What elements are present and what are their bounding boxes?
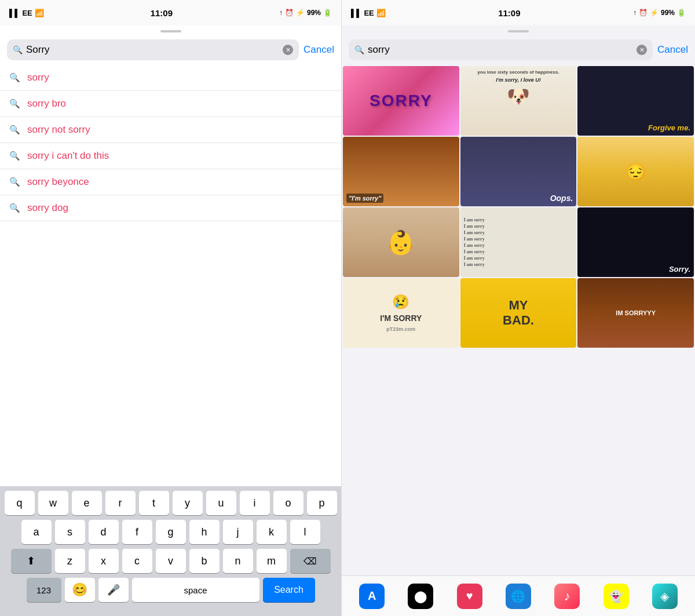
key-s[interactable]: s [55, 520, 85, 544]
gif-im-sorry-card: 😢 I'M SORRY pT23m.com [343, 278, 459, 348]
search-icon-left: 🔍 [13, 45, 23, 54]
toolbar-heart[interactable]: ♥ [457, 584, 482, 609]
toolbar-music[interactable]: ♪ [554, 584, 580, 609]
gif-cell-6[interactable]: 😔 [577, 137, 694, 206]
suggestion-search-icon-5: 🔍 [9, 177, 20, 187]
key-emoji[interactable]: 😊 [65, 578, 95, 602]
key-search[interactable]: Search [263, 578, 315, 602]
search-input-container-left[interactable]: 🔍 ✕ [7, 39, 299, 60]
search-input-left[interactable] [26, 44, 279, 56]
key-shift[interactable]: ⬆ [11, 549, 52, 573]
gif-row-2: "I'm sorry" Oops. 😔 [343, 137, 694, 206]
key-f[interactable]: f [122, 520, 152, 544]
gif-cell-12[interactable]: IM SORRYYY [577, 278, 694, 348]
search-input-container-right[interactable]: 🔍 ✕ [349, 39, 653, 60]
key-d[interactable]: d [89, 520, 119, 544]
gif-cell-9[interactable]: Sorry. [577, 207, 694, 277]
key-u[interactable]: u [206, 491, 236, 515]
key-mic[interactable]: 🎤 [98, 578, 129, 602]
carrier-right: EE [364, 9, 374, 17]
drag-handle-right[interactable] [342, 25, 695, 35]
carrier-left: EE [22, 9, 32, 17]
toolbar-arc[interactable]: ◈ [652, 584, 678, 609]
location-icon-right: ↑ [633, 9, 637, 17]
gif-notebook-card: I am sorry I am sorry I am sorry I am so… [460, 207, 577, 277]
key-y[interactable]: y [173, 491, 203, 515]
gif-cell-7[interactable]: 👶 [343, 207, 459, 277]
bottom-toolbar: A ⬤ ♥ 🌐 ♪ 👻 ◈ [342, 575, 695, 616]
location-icon: ↑ [279, 9, 283, 17]
key-m[interactable]: m [257, 549, 287, 573]
cancel-button-left[interactable]: Cancel [303, 44, 334, 56]
suggestion-item-sorry-cant[interactable]: 🔍 sorry i can't do this [0, 143, 341, 169]
key-g[interactable]: g [156, 520, 186, 544]
gif-cell-1[interactable]: SORRY [343, 66, 459, 136]
key-t[interactable]: t [139, 491, 169, 515]
key-v[interactable]: v [156, 549, 186, 573]
key-h[interactable]: h [189, 520, 220, 544]
key-r[interactable]: r [105, 491, 136, 515]
key-q[interactable]: q [5, 491, 35, 515]
gif-forgive-card: Forgive me. [577, 66, 694, 136]
toolbar-snapchat[interactable]: 👻 [603, 584, 629, 609]
status-right-left: ↑ ⏰ ⚡ 99% 🔋 [279, 9, 332, 17]
gif-cell-4[interactable]: "I'm sorry" [343, 137, 459, 206]
suggestion-item-sorry-dog[interactable]: 🔍 sorry dog [0, 195, 341, 221]
gif-cell-2[interactable]: you lose sixty seconds of happiness. I'm… [460, 66, 577, 136]
status-bar-right: ▌▌ EE 📶 11:09 ↑ ⏰ ⚡ 99% 🔋 [342, 0, 695, 25]
key-w[interactable]: w [38, 491, 68, 515]
wifi-icon-right: 📶 [376, 9, 386, 17]
gif-cell-3[interactable]: Forgive me. [577, 66, 694, 136]
status-bar-left: ▌▌ EE 📶 11:09 ↑ ⏰ ⚡ 99% 🔋 [0, 0, 341, 25]
suggestion-item-sorry-beyonce[interactable]: 🔍 sorry beyonce [0, 169, 341, 195]
gif-cell-5[interactable]: Oops. [460, 137, 577, 206]
key-numbers[interactable]: 123 [27, 578, 61, 602]
suggestion-item-sorry-bro[interactable]: 🔍 sorry bro [0, 91, 341, 117]
time-right: 11:09 [498, 8, 520, 18]
status-left: ▌▌ EE 📶 [9, 9, 44, 17]
toolbar-globe[interactable]: 🌐 [506, 584, 531, 609]
search-bar-right: 🔍 ✕ Cancel [342, 35, 695, 65]
keyboard-row-1: q w e r t y u i o p [2, 491, 339, 515]
suggestion-search-icon-6: 🔍 [9, 203, 20, 213]
suggestion-item-sorry[interactable]: 🔍 sorry [0, 65, 341, 91]
cancel-button-right[interactable]: Cancel [657, 44, 688, 56]
key-j[interactable]: j [223, 520, 253, 544]
key-space[interactable]: space [132, 578, 259, 602]
clear-button-left[interactable]: ✕ [283, 45, 293, 55]
suggestion-item-sorry-not-sorry[interactable]: 🔍 sorry not sorry [0, 117, 341, 143]
alarm-icon-right: ⏰ [639, 9, 648, 17]
drag-handle-bar-right [508, 30, 529, 32]
key-k[interactable]: k [257, 520, 287, 544]
gif-dog-card: you lose sixty seconds of happiness. I'm… [460, 66, 577, 136]
clear-button-right[interactable]: ✕ [637, 45, 647, 55]
left-panel: ▌▌ EE 📶 11:09 ↑ ⏰ ⚡ 99% 🔋 🔍 ✕ Cancel 🔍 s… [0, 0, 342, 616]
toolbar-appstore[interactable]: A [359, 584, 385, 609]
key-n[interactable]: n [223, 549, 253, 573]
gif-cell-11[interactable]: MY BAD. [460, 278, 577, 348]
key-b[interactable]: b [189, 549, 220, 573]
suggestion-search-icon-4: 🔍 [9, 151, 20, 161]
drag-handle-left[interactable] [0, 25, 341, 35]
gif-cell-8[interactable]: I am sorry I am sorry I am sorry I am so… [460, 207, 577, 277]
key-delete[interactable]: ⌫ [290, 549, 331, 573]
search-input-right[interactable] [368, 44, 633, 56]
gif-titanic-card: Sorry. [577, 207, 694, 277]
key-i[interactable]: i [240, 491, 270, 515]
key-c[interactable]: c [122, 549, 152, 573]
gif-grid: SORRY you lose sixty seconds of happines… [342, 65, 695, 575]
toolbar-activity[interactable]: ⬤ [408, 584, 433, 609]
key-z[interactable]: z [55, 549, 85, 573]
key-a[interactable]: a [21, 520, 52, 544]
status-left-right: ▌▌ EE 📶 [351, 9, 386, 17]
search-icon-right: 🔍 [354, 45, 364, 54]
gif-cell-10[interactable]: 😢 I'M SORRY pT23m.com [343, 278, 459, 348]
key-l[interactable]: l [290, 520, 320, 544]
key-x[interactable]: x [89, 549, 119, 573]
suggestion-text-2: sorry bro [27, 98, 66, 110]
key-e[interactable]: e [72, 491, 102, 515]
key-o[interactable]: o [273, 491, 303, 515]
key-p[interactable]: p [307, 491, 337, 515]
battery-icon-right: 🔋 [677, 9, 686, 17]
gif-row-1: SORRY you lose sixty seconds of happines… [343, 66, 694, 136]
